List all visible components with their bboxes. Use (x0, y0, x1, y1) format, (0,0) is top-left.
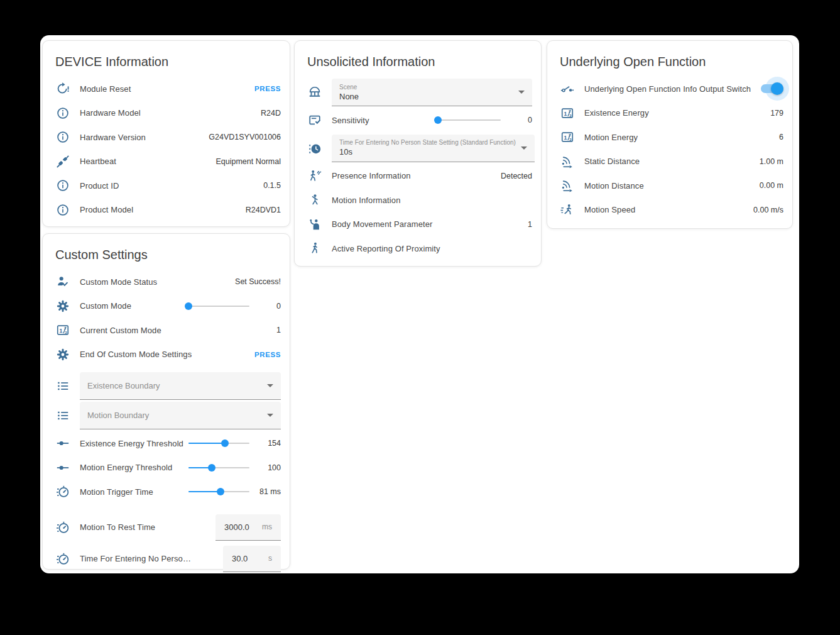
row-label: Motion Speed (584, 205, 747, 214)
radar-icon (560, 154, 575, 169)
custom-mode-value: 0 (256, 302, 281, 311)
hardware-version-row: Hardware Version G24VD1SYV001006 (43, 125, 290, 150)
row-label: Hardware Version (80, 133, 202, 142)
existence-boundary-row: Existence Boundary (43, 372, 290, 400)
slider-thumb[interactable] (221, 439, 229, 447)
motion-trigger-time-row: Motion Trigger Time 81 ms (43, 480, 290, 504)
end-custom-mode-press-button[interactable]: PRESS (254, 351, 281, 358)
numbers-icon (560, 130, 575, 145)
existence-energy-threshold-slider[interactable] (188, 439, 249, 448)
motion-trigger-time-value: 81 ms (256, 487, 281, 496)
motion-energy-threshold-slider[interactable] (188, 463, 249, 472)
motion-speed-value: 0.00 m/s (753, 206, 783, 214)
motion-trigger-time-slider[interactable] (188, 487, 249, 496)
product-id-row: Product ID 0.1.5 (43, 174, 290, 198)
product-model-value: R24DVD1 (246, 206, 281, 214)
select-caption: Scene (339, 84, 513, 91)
slider-thumb[interactable] (185, 302, 192, 310)
presence-icon (307, 168, 322, 184)
timer-icon (55, 520, 70, 535)
product-id-value: 0.1.5 (263, 181, 281, 190)
time-entering-no-person-input[interactable]: 30.0 s (223, 546, 281, 572)
product-model-row: Product Model R24DVD1 (43, 198, 290, 223)
scene-icon (307, 85, 322, 100)
custom-mode-status-value: Set Success! (235, 277, 281, 286)
list-icon (55, 408, 70, 423)
info-output-toggle[interactable] (761, 82, 783, 95)
existence-energy-row: Existence Energy 179 (547, 101, 792, 126)
scene-row: Scene None (295, 79, 541, 106)
motion-to-rest-time-input[interactable]: 3000.0 ms (215, 514, 281, 541)
motion-information-row: Motion Information (295, 188, 541, 213)
walk-icon (307, 241, 322, 256)
sprint-icon (560, 202, 575, 218)
slider-thumb[interactable] (434, 116, 442, 124)
end-custom-mode-row: End Of Custom Mode Settings PRESS (43, 343, 290, 367)
row-label: Product ID (80, 181, 257, 190)
row-label: Heartbeat (80, 157, 209, 166)
slider-thumb[interactable] (208, 464, 215, 472)
select-caption: Time For Entering No Person State Settin… (339, 139, 516, 146)
input-unit: ms (262, 522, 272, 531)
row-label: Existence Energy Threshold (80, 439, 183, 448)
heartbeat-value: Equipment Normal (215, 157, 281, 166)
time-no-person-setting-select[interactable]: Time For Entering No Person State Settin… (332, 135, 535, 162)
presence-information-value: Detected (501, 172, 532, 180)
chevron-down-icon (267, 384, 273, 387)
row-label: Motion Energy Threshold (80, 463, 183, 472)
info-icon (55, 202, 70, 218)
motion-energy-row: Motion Energy 6 (547, 125, 792, 150)
row-label: Underlying Open Function Info Output Swi… (584, 84, 755, 94)
scene-select[interactable]: Scene None (332, 79, 532, 106)
motion-energy-threshold-row: Motion Energy Threshold 100 (43, 456, 290, 480)
presence-information-row: Presence Information Detected (295, 164, 541, 189)
hardware-model-value: R24D (261, 109, 281, 118)
row-label: Current Custom Mode (80, 326, 270, 335)
motion-speed-row: Motion Speed 0.00 m/s (547, 198, 792, 223)
radar-icon (560, 178, 575, 193)
module-reset-row: Module Reset PRESS (43, 77, 290, 101)
row-label: Body Movement Parameter (332, 219, 521, 229)
time-setting-selected-value: 10s (339, 147, 516, 157)
sensitivity-value: 0 (507, 116, 532, 124)
row-label: Custom Mode (80, 301, 183, 311)
chevron-down-icon (267, 414, 273, 417)
plug-icon (55, 154, 70, 169)
module-reset-press-button[interactable]: PRESS (254, 85, 281, 92)
select-label: Motion Boundary (87, 411, 262, 420)
hardware-model-row: Hardware Model R24D (43, 101, 290, 126)
motion-energy-threshold-value: 100 (256, 463, 281, 472)
info-icon (55, 130, 70, 145)
custom-mode-slider[interactable] (188, 302, 249, 311)
select-label: Existence Boundary (87, 381, 262, 390)
timer-icon (55, 484, 70, 499)
row-label: Active Reporting Of Proximity (332, 244, 526, 253)
row-label: Product Model (80, 205, 239, 214)
body-movement-parameter-value: 1 (528, 220, 532, 229)
motion-boundary-row: Motion Boundary (43, 402, 290, 429)
chevron-down-icon (521, 146, 527, 150)
custom-mode-row: Custom Mode 0 (43, 294, 290, 319)
fact-check-icon (307, 113, 322, 128)
scene-selected-value: None (339, 92, 513, 101)
row-label: End Of Custom Mode Settings (80, 350, 248, 359)
input-unit: s (268, 554, 272, 563)
row-label: Existence Energy (584, 108, 764, 118)
input-value: 30.0 (232, 554, 248, 563)
motion-boundary-select[interactable]: Motion Boundary (80, 402, 281, 429)
custom-mode-status-row: Custom Mode Status Set Success! (43, 270, 290, 294)
existence-boundary-select[interactable]: Existence Boundary (80, 372, 281, 400)
row-label: Time For Entering No Perso… (80, 554, 217, 563)
device-information-card: DEVICE Information Module Reset PRESS Ha… (42, 40, 290, 227)
slider-thumb[interactable] (217, 488, 224, 495)
existence-energy-threshold-row: Existence Energy Threshold 154 (43, 431, 290, 456)
person-check-icon (55, 274, 70, 289)
app-content-area: DEVICE Information Module Reset PRESS Ha… (40, 35, 799, 573)
row-label: Static Distance (584, 157, 753, 166)
static-distance-value: 1.00 m (760, 157, 783, 166)
device-card-title: DEVICE Information (55, 52, 281, 77)
row-label: Custom Mode Status (80, 277, 229, 287)
sensitivity-slider[interactable] (438, 116, 501, 124)
row-label: Hardware Model (80, 108, 254, 118)
existence-energy-threshold-value: 154 (256, 439, 281, 448)
